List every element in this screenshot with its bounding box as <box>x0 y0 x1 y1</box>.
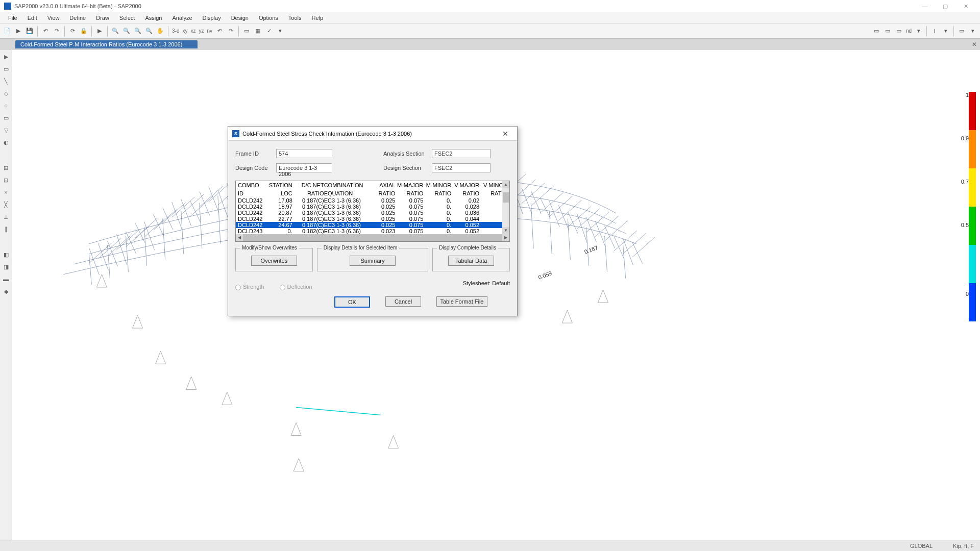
design-section-field[interactable]: FSEC2 <box>432 163 491 172</box>
snap4-icon[interactable]: ╳ <box>2 200 11 209</box>
table-row[interactable]: DCLD24224.670.187(C)EC3 1-3 (6.36)0.0250… <box>236 222 509 228</box>
rotate-right-icon[interactable]: ↷ <box>226 26 236 36</box>
menu-draw[interactable]: Draw <box>91 14 114 22</box>
ok-button[interactable]: OK <box>334 296 370 308</box>
menu-design[interactable]: Design <box>226 14 254 22</box>
save-icon[interactable]: 💾 <box>24 26 35 36</box>
box-icon[interactable]: ▭ <box>957 26 967 36</box>
menu-options[interactable]: Options <box>254 14 283 22</box>
table-hscroll[interactable]: ◀ ▶ <box>236 234 509 241</box>
cancel-button[interactable]: Cancel <box>385 296 421 307</box>
snap5-icon[interactable]: ⊥ <box>2 212 11 221</box>
scroll-right-icon[interactable]: ▶ <box>502 234 509 241</box>
object-icon[interactable]: ▭ <box>241 26 252 36</box>
table-row[interactable]: DCLD24217.080.187(C)EC3 1-3 (6.36)0.0250… <box>236 197 509 204</box>
undo-icon[interactable]: ↶ <box>40 26 51 36</box>
view-yz[interactable]: yz <box>198 28 205 34</box>
menu-define[interactable]: Define <box>64 14 91 22</box>
i-icon[interactable]: I <box>929 26 940 36</box>
view-nv[interactable]: nv <box>206 28 213 34</box>
pointer-icon[interactable]: ▶ <box>2 52 11 61</box>
zoom-out-icon[interactable]: 🔍 <box>121 26 132 36</box>
tabular-data-button[interactable]: Tabular Data <box>448 256 494 266</box>
zoom-in-icon[interactable]: 🔍 <box>110 26 120 36</box>
menu-select[interactable]: Select <box>114 14 140 22</box>
scroll-up-icon[interactable]: ▲ <box>502 181 509 188</box>
menu-view[interactable]: View <box>42 14 65 22</box>
menu-assign[interactable]: Assign <box>140 14 167 22</box>
snap6-icon[interactable]: ∥ <box>2 224 11 234</box>
scroll-thumb[interactable] <box>503 192 509 203</box>
scroll-left-icon[interactable]: ◀ <box>236 234 243 241</box>
run-icon[interactable]: ▶ <box>94 26 105 36</box>
strength-radio[interactable]: Strength <box>235 284 264 290</box>
snap2-icon[interactable]: ⊡ <box>2 176 11 185</box>
frame-id-field[interactable]: 574 <box>276 149 332 158</box>
tool6-icon[interactable]: ▭ <box>2 113 11 122</box>
tool4-icon[interactable]: ◇ <box>2 89 11 98</box>
scroll-down-icon[interactable]: ▼ <box>502 227 509 234</box>
dropdown-icon[interactable]: ▾ <box>275 26 285 36</box>
view-xy[interactable]: xy <box>181 28 188 34</box>
menu-analyze[interactable]: Analyze <box>167 14 197 22</box>
maximize-button[interactable]: ▢ <box>935 0 955 12</box>
tool5-icon[interactable]: ○ <box>2 101 11 110</box>
zoom-prev-icon[interactable]: 🔍 <box>144 26 154 36</box>
analysis-section-field[interactable]: FSEC2 <box>432 149 491 158</box>
table-row[interactable]: DCLD24220.870.187(C)EC3 1-3 (6.36)0.0250… <box>236 210 509 216</box>
dd1-icon[interactable]: ▾ <box>914 26 924 36</box>
lock-icon[interactable]: 🔒 <box>79 26 89 36</box>
dialog-title: Cold-Formed Steel Stress Check Informati… <box>242 131 412 137</box>
open-icon[interactable]: ▶ <box>13 26 23 36</box>
menu-tools[interactable]: Tools <box>283 14 307 22</box>
view-3d[interactable]: 3-d <box>171 28 180 34</box>
tool2-icon[interactable]: ▭ <box>2 64 11 73</box>
menu-display[interactable]: Display <box>198 14 226 22</box>
line-icon[interactable]: ╲ <box>2 77 11 86</box>
rotate-left-icon[interactable]: ↶ <box>214 26 225 36</box>
table-row[interactable]: DCLD2430.0.182(C)EC3 1-3 (6.36)0.0230.07… <box>236 228 509 234</box>
shape3-icon[interactable]: ▭ <box>894 26 904 36</box>
dd2-icon[interactable]: ▾ <box>941 26 951 36</box>
tool8-icon[interactable]: ◐ <box>2 138 11 147</box>
dialog-close-icon[interactable]: ✕ <box>498 130 513 138</box>
shape1-icon[interactable]: ▭ <box>871 26 881 36</box>
zoom-fit-icon[interactable]: 🔍 <box>133 26 143 36</box>
table-format-button[interactable]: Table Format File <box>436 296 487 307</box>
results-table[interactable]: COMBOSTATIOND/C NETCOMBINATIONAXIALM-MAJ… <box>235 181 510 242</box>
dd3-icon[interactable]: ▾ <box>968 26 978 36</box>
snap1-icon[interactable]: ⊞ <box>2 163 11 172</box>
view-xz[interactable]: xz <box>189 28 197 34</box>
grid-icon[interactable]: ▦ <box>253 26 263 36</box>
design-code-field[interactable]: Eurocode 3 1-3 2006 <box>276 163 332 172</box>
tool10-icon[interactable]: ◨ <box>2 262 11 271</box>
shape2-icon[interactable]: ▭ <box>883 26 893 36</box>
menu-file[interactable]: File <box>3 14 22 22</box>
snap3-icon[interactable]: × <box>2 188 11 197</box>
tab-close-icon[interactable]: ✕ <box>972 41 977 48</box>
table-vscroll[interactable]: ▲ ▼ <box>502 181 509 234</box>
active-tab[interactable]: Cold-Formed Steel P-M Interaction Ratios… <box>15 40 198 48</box>
svg-line-20 <box>181 199 191 227</box>
status-units[interactable]: Kip, ft, F <box>953 543 974 549</box>
close-button[interactable]: ✕ <box>955 0 976 12</box>
refresh-icon[interactable]: ⟳ <box>67 26 78 36</box>
tool9-icon[interactable]: ◧ <box>2 250 11 259</box>
check-icon[interactable]: ✓ <box>264 26 274 36</box>
new-icon[interactable]: 📄 <box>2 26 12 36</box>
redo-icon[interactable]: ↷ <box>52 26 62 36</box>
tool11-icon[interactable]: ▬ <box>2 274 11 284</box>
pan-icon[interactable]: ✋ <box>155 26 165 36</box>
dialog-titlebar[interactable]: S Cold-Formed Steel Stress Check Informa… <box>228 127 517 141</box>
minimize-button[interactable]: — <box>915 0 935 12</box>
nd-label[interactable]: nd <box>905 28 913 34</box>
table-row[interactable]: DCLD24218.970.187(C)EC3 1-3 (6.36)0.0250… <box>236 204 509 210</box>
deflection-radio[interactable]: Deflection <box>280 284 312 290</box>
tool12-icon[interactable]: ◆ <box>2 287 11 296</box>
menu-help[interactable]: Help <box>307 14 329 22</box>
menu-edit[interactable]: Edit <box>22 14 42 22</box>
summary-button[interactable]: Summary <box>350 256 396 266</box>
table-row[interactable]: DCLD24222.770.187(C)EC3 1-3 (6.36)0.0250… <box>236 216 509 222</box>
tool7-icon[interactable]: ▽ <box>2 126 11 135</box>
overwrites-button[interactable]: Overwrites <box>251 256 297 266</box>
